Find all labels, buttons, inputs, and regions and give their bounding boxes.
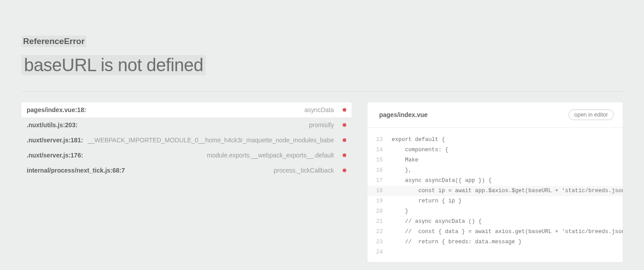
line-text: // return { breeds: data.message }	[389, 237, 522, 247]
code-line: 16 },	[368, 165, 623, 176]
line-text: // const { data } = await axios.get(base…	[389, 227, 623, 237]
error-type: ReferenceError	[21, 36, 623, 55]
line-number: 24	[368, 247, 389, 258]
code-line: 24	[368, 247, 623, 258]
line-number: 22	[368, 227, 389, 237]
line-number: 21	[368, 217, 389, 227]
line-number: 18	[368, 186, 389, 196]
source-panel: pages/index.vue open in editor 13export …	[368, 102, 623, 262]
line-number: 20	[368, 206, 389, 217]
trace-file: internal/process/next_tick.js:68:7	[27, 167, 125, 174]
code-line: 21 // async asyncData () {	[368, 217, 623, 227]
line-number: 15	[368, 155, 389, 165]
trace-file: .nuxt/server.js:181:	[27, 137, 83, 144]
stack-trace-list: pages/index.vue:18:asyncData.nuxt/utils.…	[21, 102, 352, 262]
trace-function: asyncData	[304, 106, 334, 113]
line-number: 19	[368, 196, 389, 206]
trace-file: pages/index.vue:18:	[27, 106, 86, 113]
line-number: 13	[368, 135, 389, 145]
open-in-editor-button[interactable]: open in editor	[568, 109, 614, 120]
line-text: async asyncData({ app }) {	[389, 176, 492, 186]
line-text: }	[389, 206, 408, 217]
line-number: 23	[368, 237, 389, 247]
error-message: baseURL is not defined	[21, 55, 623, 91]
trace-function: __WEBPACK_IMPORTED_MODULE_0__home_h4ck3r…	[88, 137, 334, 144]
line-text: return { ip }	[389, 196, 462, 206]
code-line: 14 components: {	[368, 145, 623, 155]
stack-trace-row[interactable]: pages/index.vue:18:asyncData	[21, 102, 352, 117]
source-filename: pages/index.vue	[379, 111, 428, 118]
trace-function: process._tickCallback	[274, 167, 334, 174]
line-number: 16	[368, 165, 389, 176]
code-line: 23 // return { breeds: data.message }	[368, 237, 623, 247]
status-dot-icon	[343, 108, 346, 112]
stack-trace-row[interactable]: .nuxt/server.js:181:__WEBPACK_IMPORTED_M…	[21, 133, 352, 148]
stack-trace-row[interactable]: internal/process/next_tick.js:68:7proces…	[21, 163, 352, 178]
status-dot-icon	[343, 138, 346, 142]
status-dot-icon	[343, 169, 346, 172]
code-line: 18 const ip = await app.$axios.$get(base…	[368, 186, 623, 196]
source-code: 13export default {14 components: {15 Mak…	[368, 128, 623, 262]
code-line: 22 // const { data } = await axios.get(b…	[368, 227, 623, 237]
line-text	[389, 247, 392, 258]
code-line: 17 async asyncData({ app }) {	[368, 176, 623, 186]
stack-trace-row[interactable]: .nuxt/server.js:176:module.exports.__web…	[21, 148, 352, 163]
line-text: },	[389, 165, 412, 176]
line-number: 17	[368, 176, 389, 186]
stack-trace-row[interactable]: .nuxt/utils.js:203:promisify	[21, 117, 352, 133]
trace-function: module.exports.__webpack_exports__.defau…	[207, 152, 334, 159]
divider	[21, 91, 623, 92]
code-line: 13export default {	[368, 135, 623, 145]
code-line: 20 }	[368, 206, 623, 217]
line-text: // async asyncData () {	[389, 217, 482, 227]
status-dot-icon	[343, 153, 346, 157]
trace-file: .nuxt/server.js:176:	[27, 152, 83, 159]
line-text: const ip = await app.$axios.$get(baseURL…	[389, 186, 623, 196]
trace-file: .nuxt/utils.js:203:	[27, 121, 77, 129]
line-number: 14	[368, 145, 389, 155]
line-text: export default {	[389, 135, 445, 145]
code-line: 15 Make	[368, 155, 623, 165]
line-text: components: {	[389, 145, 448, 155]
line-text: Make	[389, 155, 418, 165]
code-line: 19 return { ip }	[368, 196, 623, 206]
trace-function: promisify	[309, 121, 334, 129]
status-dot-icon	[343, 123, 346, 127]
